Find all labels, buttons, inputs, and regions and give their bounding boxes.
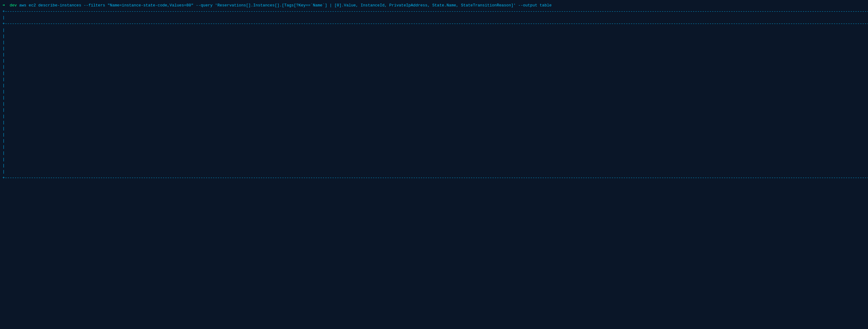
terminal-content: ➜ dev aws ec2 describe-instances --filte… <box>0 0 868 184</box>
terminal: ➜ dev aws ec2 describe-instances --filte… <box>0 0 868 184</box>
